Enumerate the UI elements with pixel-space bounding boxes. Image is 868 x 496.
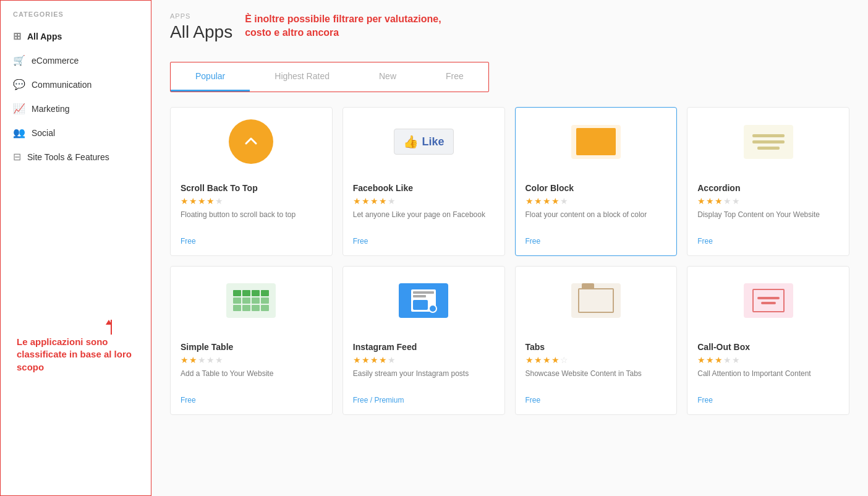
sidebar-label-communication: Communication (32, 80, 91, 90)
app-card-facebook-like[interactable]: 👍 Like Facebook Like ★★★★★ Let anyone Li… (343, 107, 505, 256)
app-icon-facebook-like: 👍 Like (343, 108, 504, 176)
app-stars-callout-box: ★★★★★ (697, 355, 839, 365)
cart-icon: 🛒 (13, 54, 25, 66)
app-card-color-block[interactable]: Color Block ★★★★★ Float your content on … (515, 107, 678, 256)
app-name-simple-table: Simple Table (181, 342, 322, 352)
people-icon: 👥 (13, 127, 25, 139)
app-card-instagram-feed[interactable]: Instagram Feed ★★★★★ Easily stream your … (343, 266, 505, 415)
app-body-scroll-back: Scroll Back To Top ★★★★★ Floating button… (171, 183, 332, 246)
app-desc-callout-box: Call Attention to Important Content (697, 369, 839, 391)
app-stars-color-block: ★★★★★ (525, 196, 667, 206)
sidebar-label-site-tools: Site Tools & Features (27, 152, 109, 162)
app-icon-simple-table (171, 267, 332, 335)
page-title: All Apps (170, 22, 232, 42)
sidebar-label-marketing: Marketing (32, 104, 69, 114)
app-desc-instagram-feed: Easily stream your Instagram posts (353, 369, 495, 391)
apps-grid-row1: Scroll Back To Top ★★★★★ Floating button… (170, 107, 849, 256)
app-price-simple-table: Free (181, 396, 322, 404)
app-desc-tabs: Showcase Website Content in Tabs (525, 369, 667, 391)
tab-popular[interactable]: Popular (171, 62, 250, 92)
app-card-tabs[interactable]: Tabs ★★★★☆ Showcase Website Content in T… (515, 266, 678, 415)
app-stars-accordion: ★★★★★ (697, 196, 839, 206)
app-icon-scroll-back (171, 108, 332, 176)
app-body-callout-box: Call-Out Box ★★★★★ Call Attention to Imp… (687, 342, 849, 404)
app-stars-facebook-like: ★★★★★ (353, 196, 495, 206)
app-body-facebook-like: Facebook Like ★★★★★ Let anyone Like your… (343, 183, 504, 246)
app-price-callout-box: Free (697, 396, 839, 404)
app-desc-simple-table: Add a Table to Your Website (181, 369, 322, 391)
app-card-accordion[interactable]: Accordion ★★★★★ Display Top Content on Y… (687, 107, 849, 256)
app-desc-accordion: Display Top Content on Your Website (697, 210, 839, 232)
app-body-accordion: Accordion ★★★★★ Display Top Content on Y… (687, 183, 849, 246)
tab-highest-rated[interactable]: Highest Rated (250, 62, 354, 92)
tab-free[interactable]: Free (421, 62, 488, 92)
app-stars-simple-table: ★★★★★ (181, 355, 322, 365)
categories-title: CATEGORIES (1, 8, 151, 24)
tab-new[interactable]: New (354, 62, 421, 92)
app-desc-facebook-like: Let anyone Like your page on Facebook (353, 210, 495, 232)
top-annotation: È inoltre possibile filtrare per valutaz… (245, 12, 467, 39)
sidebar-annotation: Le applicazioni sono classificate in bas… (17, 336, 133, 374)
app-name-color-block: Color Block (525, 183, 667, 193)
app-price-tabs: Free (525, 396, 667, 404)
app-name-facebook-like: Facebook Like (353, 183, 495, 193)
grid-icon: ⊞ (13, 30, 21, 42)
chart-icon: 📈 (13, 103, 25, 114)
sidebar-item-all-apps[interactable]: ⊞ All Apps (1, 24, 151, 48)
main-content: APPS All Apps È inoltre possibile filtra… (151, 0, 868, 496)
sidebar-label-ecommerce: eCommerce (32, 56, 79, 66)
sidebar-item-social[interactable]: 👥 Social (1, 121, 151, 145)
app-name-callout-box: Call-Out Box (697, 342, 839, 352)
apps-grid-row2: Simple Table ★★★★★ Add a Table to Your W… (170, 266, 849, 415)
app-card-callout-box[interactable]: Call-Out Box ★★★★★ Call Attention to Imp… (687, 266, 849, 415)
app-name-accordion: Accordion (697, 183, 839, 193)
apps-label: APPS (170, 12, 232, 20)
app-body-simple-table: Simple Table ★★★★★ Add a Table to Your W… (171, 342, 332, 404)
sidebar-item-ecommerce[interactable]: 🛒 eCommerce (1, 48, 151, 72)
app-body-color-block: Color Block ★★★★★ Float your content on … (516, 183, 677, 246)
app-name-scroll-back: Scroll Back To Top (181, 183, 322, 193)
app-card-simple-table[interactable]: Simple Table ★★★★★ Add a Table to Your W… (170, 266, 333, 415)
app-icon-instagram-feed (343, 267, 504, 335)
app-price-facebook-like: Free (353, 237, 495, 246)
app-icon-callout-box (687, 267, 849, 335)
app-body-tabs: Tabs ★★★★☆ Showcase Website Content in T… (516, 342, 677, 404)
app-name-tabs: Tabs (525, 342, 667, 352)
app-card-scroll-back[interactable]: Scroll Back To Top ★★★★★ Floating button… (170, 107, 333, 256)
app-desc-scroll-back: Floating button to scroll back to top (181, 210, 322, 232)
app-price-color-block: Free (525, 237, 667, 246)
app-stars-scroll-back: ★★★★★ (181, 196, 322, 206)
app-price-scroll-back: Free (181, 237, 322, 246)
app-stars-instagram-feed: ★★★★★ (353, 355, 495, 365)
sidebar-label-social: Social (32, 128, 55, 138)
app-body-instagram-feed: Instagram Feed ★★★★★ Easily stream your … (343, 342, 504, 404)
app-icon-color-block (516, 108, 677, 176)
app-desc-color-block: Float your content on a block of color (525, 210, 667, 232)
title-row: APPS All Apps È inoltre possibile filtra… (170, 12, 849, 52)
sidebar-item-marketing[interactable]: 📈 Marketing (1, 96, 151, 121)
app-icon-tabs (516, 267, 677, 335)
sidebar-item-site-tools[interactable]: ⊟ Site Tools & Features (1, 145, 151, 169)
tabs-container: Popular Highest Rated New Free (170, 62, 489, 92)
sidebar-label-all-apps: All Apps (27, 32, 62, 41)
app-stars-tabs: ★★★★☆ (525, 355, 667, 365)
fb-like-button: 👍 Like (394, 129, 454, 155)
app-price-accordion: Free (697, 237, 839, 246)
tools-icon: ⊟ (13, 151, 21, 163)
app-price-instagram-feed: Free / Premium (353, 396, 495, 404)
app-icon-accordion (687, 108, 849, 176)
sidebar: CATEGORIES ⊞ All Apps 🛒 eCommerce 💬 Comm… (0, 0, 151, 496)
chat-icon: 💬 (13, 79, 25, 90)
sidebar-item-communication[interactable]: 💬 Communication (1, 72, 151, 96)
app-name-instagram-feed: Instagram Feed (353, 342, 495, 352)
